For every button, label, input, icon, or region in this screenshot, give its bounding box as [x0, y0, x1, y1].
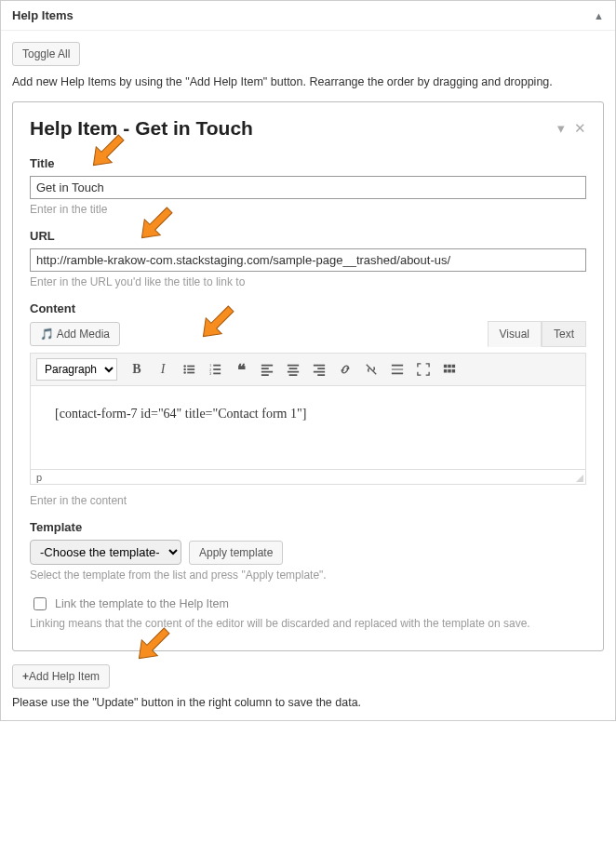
intro-text: Add new Help Items by using the "Add Hel…: [12, 75, 604, 88]
add-media-label: Add Media: [57, 328, 110, 341]
svg-rect-7: [213, 365, 221, 367]
align-left-icon[interactable]: [255, 357, 279, 381]
italic-icon[interactable]: I: [151, 357, 175, 381]
svg-rect-29: [452, 365, 456, 368]
svg-rect-15: [261, 374, 269, 376]
editor-tabs: VisualText: [488, 321, 586, 347]
link-template-checkbox[interactable]: [33, 597, 47, 610]
svg-rect-27: [444, 365, 448, 368]
svg-rect-30: [444, 369, 448, 373]
svg-rect-9: [213, 368, 221, 370]
svg-text:3: 3: [209, 371, 212, 376]
card-title: Help Item - Get in Touch: [30, 117, 253, 140]
card-collapse-icon[interactable]: ▾: [557, 120, 565, 136]
svg-rect-14: [261, 371, 273, 373]
card-close-icon[interactable]: ✕: [574, 120, 586, 136]
card-header: Help Item - Get in Touch ▾ ✕: [30, 117, 586, 140]
editor-toolbar: Paragraph B I 123 ❝: [30, 353, 586, 386]
svg-rect-20: [314, 365, 325, 367]
toolbar-toggle-icon[interactable]: [437, 357, 462, 381]
svg-rect-17: [289, 368, 298, 369]
link-icon[interactable]: [333, 357, 357, 381]
svg-rect-19: [289, 374, 298, 376]
editor: 🎵 Add Media VisualText Paragraph B I: [30, 321, 586, 485]
media-icon: 🎵: [40, 328, 54, 341]
tab-text[interactable]: Text: [542, 321, 586, 347]
toggle-all-button[interactable]: Toggle All: [12, 42, 80, 66]
resize-handle-icon[interactable]: [574, 473, 583, 482]
svg-rect-13: [261, 368, 269, 369]
panel-body: Toggle All Add new Help Items by using t…: [1, 31, 615, 720]
align-right-icon[interactable]: [307, 357, 331, 381]
svg-rect-12: [261, 365, 273, 367]
url-label: URL: [30, 229, 586, 243]
bold-icon[interactable]: B: [125, 357, 149, 381]
unlink-icon[interactable]: [359, 357, 383, 381]
svg-rect-1: [187, 366, 194, 368]
numbered-list-icon[interactable]: 123: [203, 357, 227, 381]
template-hint: Select the template from the list and pr…: [30, 569, 586, 582]
panel-title: Help Items: [12, 8, 74, 22]
align-center-icon[interactable]: [281, 357, 305, 381]
svg-rect-28: [448, 365, 451, 368]
blockquote-icon[interactable]: ❝: [229, 357, 253, 381]
url-input[interactable]: [30, 248, 586, 272]
svg-point-0: [183, 365, 185, 367]
svg-rect-18: [288, 371, 299, 373]
template-group: Template -Choose the template- Apply tem…: [30, 520, 586, 630]
panel-header: Help Items ▲: [1, 1, 615, 31]
format-select[interactable]: Paragraph: [36, 358, 117, 381]
link-template-hint: Linking means that the content of the ed…: [30, 617, 586, 630]
editor-path: p: [36, 472, 42, 483]
editor-content[interactable]: [contact-form-7 id="64" title="Contact f…: [30, 386, 586, 470]
help-item-card: Help Item - Get in Touch ▾ ✕ Title Enter…: [12, 101, 604, 651]
add-help-item-button[interactable]: +Add Help Item: [12, 664, 110, 689]
content-label: Content: [30, 301, 586, 315]
svg-rect-26: [392, 373, 403, 375]
svg-rect-3: [187, 368, 194, 370]
svg-rect-25: [392, 368, 403, 370]
help-items-panel: Help Items ▲ Toggle All Add new Help Ite…: [0, 0, 616, 721]
content-group: Content 🎵 Add Media VisualText Par: [30, 301, 586, 507]
apply-template-button[interactable]: Apply template: [189, 541, 283, 565]
title-hint: Enter in the title: [30, 203, 586, 216]
readmore-icon[interactable]: [385, 357, 409, 381]
svg-rect-11: [213, 373, 221, 375]
bullet-list-icon[interactable]: [177, 357, 201, 381]
url-hint: Enter in the URL you'd like the title to…: [30, 275, 586, 288]
link-template-label: Link the template to the Help Item: [55, 597, 229, 610]
title-input[interactable]: [30, 176, 586, 199]
collapse-icon[interactable]: ▲: [594, 10, 604, 21]
svg-point-2: [183, 368, 185, 370]
svg-rect-21: [317, 368, 325, 369]
svg-point-4: [183, 371, 185, 373]
add-media-button[interactable]: 🎵 Add Media: [30, 322, 120, 346]
svg-rect-31: [448, 369, 451, 373]
svg-rect-32: [452, 369, 456, 373]
url-group: URL Enter in the URL you'd like the titl…: [30, 229, 586, 288]
editor-status-bar: p: [30, 470, 586, 485]
template-label: Template: [30, 520, 586, 534]
add-help-item-label: Add Help Item: [29, 670, 100, 683]
footer-note: Please use the "Update" button in the ri…: [12, 696, 604, 709]
fullscreen-icon[interactable]: [411, 357, 435, 381]
svg-rect-22: [314, 371, 325, 373]
title-label: Title: [30, 156, 586, 170]
svg-rect-5: [187, 372, 194, 374]
tab-visual[interactable]: Visual: [488, 321, 542, 347]
plus-icon: +: [22, 670, 29, 683]
template-select[interactable]: -Choose the template-: [30, 540, 181, 565]
svg-rect-23: [317, 374, 325, 376]
svg-rect-16: [288, 365, 299, 367]
content-hint: Enter in the content: [30, 494, 586, 507]
svg-rect-24: [392, 365, 403, 367]
title-group: Title Enter in the title: [30, 156, 586, 216]
